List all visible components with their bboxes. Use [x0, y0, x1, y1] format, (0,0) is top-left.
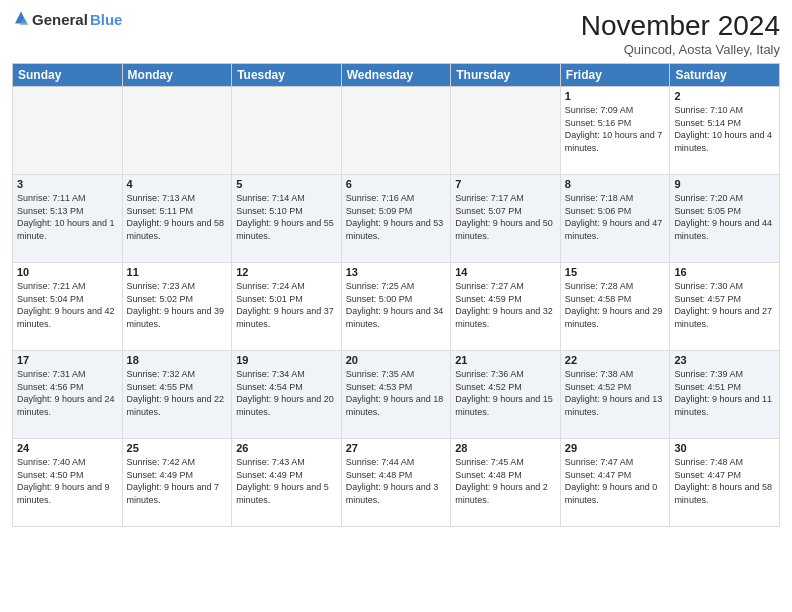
- table-row: 10Sunrise: 7:21 AM Sunset: 5:04 PM Dayli…: [13, 263, 123, 351]
- table-row: 15Sunrise: 7:28 AM Sunset: 4:58 PM Dayli…: [560, 263, 670, 351]
- day-info: Sunrise: 7:09 AM Sunset: 5:16 PM Dayligh…: [565, 104, 666, 154]
- day-number: 23: [674, 354, 775, 366]
- day-info: Sunrise: 7:11 AM Sunset: 5:13 PM Dayligh…: [17, 192, 118, 242]
- table-row: 21Sunrise: 7:36 AM Sunset: 4:52 PM Dayli…: [451, 351, 561, 439]
- day-info: Sunrise: 7:47 AM Sunset: 4:47 PM Dayligh…: [565, 456, 666, 506]
- logo: GeneralBlue: [12, 10, 122, 28]
- day-info: Sunrise: 7:32 AM Sunset: 4:55 PM Dayligh…: [127, 368, 228, 418]
- table-row: 30Sunrise: 7:48 AM Sunset: 4:47 PM Dayli…: [670, 439, 780, 527]
- day-info: Sunrise: 7:13 AM Sunset: 5:11 PM Dayligh…: [127, 192, 228, 242]
- table-row: 27Sunrise: 7:44 AM Sunset: 4:48 PM Dayli…: [341, 439, 451, 527]
- logo-blue: Blue: [90, 11, 123, 28]
- day-info: Sunrise: 7:45 AM Sunset: 4:48 PM Dayligh…: [455, 456, 556, 506]
- table-row: 19Sunrise: 7:34 AM Sunset: 4:54 PM Dayli…: [232, 351, 342, 439]
- header-friday: Friday: [560, 64, 670, 87]
- day-info: Sunrise: 7:39 AM Sunset: 4:51 PM Dayligh…: [674, 368, 775, 418]
- header-sunday: Sunday: [13, 64, 123, 87]
- logo-icon: [12, 10, 30, 28]
- day-number: 20: [346, 354, 447, 366]
- table-row: 29Sunrise: 7:47 AM Sunset: 4:47 PM Dayli…: [560, 439, 670, 527]
- day-number: 10: [17, 266, 118, 278]
- day-number: 1: [565, 90, 666, 102]
- day-info: Sunrise: 7:35 AM Sunset: 4:53 PM Dayligh…: [346, 368, 447, 418]
- day-number: 4: [127, 178, 228, 190]
- day-info: Sunrise: 7:28 AM Sunset: 4:58 PM Dayligh…: [565, 280, 666, 330]
- day-info: Sunrise: 7:48 AM Sunset: 4:47 PM Dayligh…: [674, 456, 775, 506]
- day-number: 9: [674, 178, 775, 190]
- day-info: Sunrise: 7:24 AM Sunset: 5:01 PM Dayligh…: [236, 280, 337, 330]
- table-row: 2Sunrise: 7:10 AM Sunset: 5:14 PM Daylig…: [670, 87, 780, 175]
- day-info: Sunrise: 7:25 AM Sunset: 5:00 PM Dayligh…: [346, 280, 447, 330]
- day-number: 18: [127, 354, 228, 366]
- day-number: 24: [17, 442, 118, 454]
- day-info: Sunrise: 7:34 AM Sunset: 4:54 PM Dayligh…: [236, 368, 337, 418]
- table-row: 9Sunrise: 7:20 AM Sunset: 5:05 PM Daylig…: [670, 175, 780, 263]
- day-info: Sunrise: 7:36 AM Sunset: 4:52 PM Dayligh…: [455, 368, 556, 418]
- calendar-week-row: 24Sunrise: 7:40 AM Sunset: 4:50 PM Dayli…: [13, 439, 780, 527]
- month-title: November 2024: [581, 10, 780, 42]
- calendar-week-row: 10Sunrise: 7:21 AM Sunset: 5:04 PM Dayli…: [13, 263, 780, 351]
- table-row: 24Sunrise: 7:40 AM Sunset: 4:50 PM Dayli…: [13, 439, 123, 527]
- day-info: Sunrise: 7:10 AM Sunset: 5:14 PM Dayligh…: [674, 104, 775, 154]
- table-row: [122, 87, 232, 175]
- day-info: Sunrise: 7:16 AM Sunset: 5:09 PM Dayligh…: [346, 192, 447, 242]
- table-row: 7Sunrise: 7:17 AM Sunset: 5:07 PM Daylig…: [451, 175, 561, 263]
- table-row: 20Sunrise: 7:35 AM Sunset: 4:53 PM Dayli…: [341, 351, 451, 439]
- table-row: 26Sunrise: 7:43 AM Sunset: 4:49 PM Dayli…: [232, 439, 342, 527]
- title-block: November 2024 Quincod, Aosta Valley, Ita…: [581, 10, 780, 57]
- header-row: GeneralBlue November 2024 Quincod, Aosta…: [12, 10, 780, 57]
- day-info: Sunrise: 7:23 AM Sunset: 5:02 PM Dayligh…: [127, 280, 228, 330]
- header-saturday: Saturday: [670, 64, 780, 87]
- table-row: [13, 87, 123, 175]
- location: Quincod, Aosta Valley, Italy: [581, 42, 780, 57]
- table-row: 14Sunrise: 7:27 AM Sunset: 4:59 PM Dayli…: [451, 263, 561, 351]
- calendar-week-row: 3Sunrise: 7:11 AM Sunset: 5:13 PM Daylig…: [13, 175, 780, 263]
- table-row: 12Sunrise: 7:24 AM Sunset: 5:01 PM Dayli…: [232, 263, 342, 351]
- header-thursday: Thursday: [451, 64, 561, 87]
- table-row: 4Sunrise: 7:13 AM Sunset: 5:11 PM Daylig…: [122, 175, 232, 263]
- day-number: 7: [455, 178, 556, 190]
- table-row: 16Sunrise: 7:30 AM Sunset: 4:57 PM Dayli…: [670, 263, 780, 351]
- table-row: 13Sunrise: 7:25 AM Sunset: 5:00 PM Dayli…: [341, 263, 451, 351]
- header-wednesday: Wednesday: [341, 64, 451, 87]
- day-info: Sunrise: 7:42 AM Sunset: 4:49 PM Dayligh…: [127, 456, 228, 506]
- day-number: 14: [455, 266, 556, 278]
- calendar-table: Sunday Monday Tuesday Wednesday Thursday…: [12, 63, 780, 527]
- table-row: 5Sunrise: 7:14 AM Sunset: 5:10 PM Daylig…: [232, 175, 342, 263]
- table-row: 6Sunrise: 7:16 AM Sunset: 5:09 PM Daylig…: [341, 175, 451, 263]
- day-info: Sunrise: 7:31 AM Sunset: 4:56 PM Dayligh…: [17, 368, 118, 418]
- day-number: 21: [455, 354, 556, 366]
- table-row: 11Sunrise: 7:23 AM Sunset: 5:02 PM Dayli…: [122, 263, 232, 351]
- day-info: Sunrise: 7:14 AM Sunset: 5:10 PM Dayligh…: [236, 192, 337, 242]
- day-info: Sunrise: 7:18 AM Sunset: 5:06 PM Dayligh…: [565, 192, 666, 242]
- table-row: [341, 87, 451, 175]
- table-row: 25Sunrise: 7:42 AM Sunset: 4:49 PM Dayli…: [122, 439, 232, 527]
- header-tuesday: Tuesday: [232, 64, 342, 87]
- table-row: 28Sunrise: 7:45 AM Sunset: 4:48 PM Dayli…: [451, 439, 561, 527]
- header-monday: Monday: [122, 64, 232, 87]
- day-number: 5: [236, 178, 337, 190]
- table-row: 17Sunrise: 7:31 AM Sunset: 4:56 PM Dayli…: [13, 351, 123, 439]
- day-number: 15: [565, 266, 666, 278]
- day-number: 2: [674, 90, 775, 102]
- day-number: 6: [346, 178, 447, 190]
- table-row: [451, 87, 561, 175]
- calendar-week-row: 1Sunrise: 7:09 AM Sunset: 5:16 PM Daylig…: [13, 87, 780, 175]
- day-number: 16: [674, 266, 775, 278]
- calendar-header-row: Sunday Monday Tuesday Wednesday Thursday…: [13, 64, 780, 87]
- day-info: Sunrise: 7:30 AM Sunset: 4:57 PM Dayligh…: [674, 280, 775, 330]
- day-number: 13: [346, 266, 447, 278]
- day-number: 8: [565, 178, 666, 190]
- day-number: 11: [127, 266, 228, 278]
- day-number: 12: [236, 266, 337, 278]
- day-number: 25: [127, 442, 228, 454]
- day-number: 19: [236, 354, 337, 366]
- calendar-week-row: 17Sunrise: 7:31 AM Sunset: 4:56 PM Dayli…: [13, 351, 780, 439]
- day-number: 29: [565, 442, 666, 454]
- day-info: Sunrise: 7:40 AM Sunset: 4:50 PM Dayligh…: [17, 456, 118, 506]
- table-row: 8Sunrise: 7:18 AM Sunset: 5:06 PM Daylig…: [560, 175, 670, 263]
- day-info: Sunrise: 7:17 AM Sunset: 5:07 PM Dayligh…: [455, 192, 556, 242]
- table-row: 3Sunrise: 7:11 AM Sunset: 5:13 PM Daylig…: [13, 175, 123, 263]
- table-row: [232, 87, 342, 175]
- day-info: Sunrise: 7:38 AM Sunset: 4:52 PM Dayligh…: [565, 368, 666, 418]
